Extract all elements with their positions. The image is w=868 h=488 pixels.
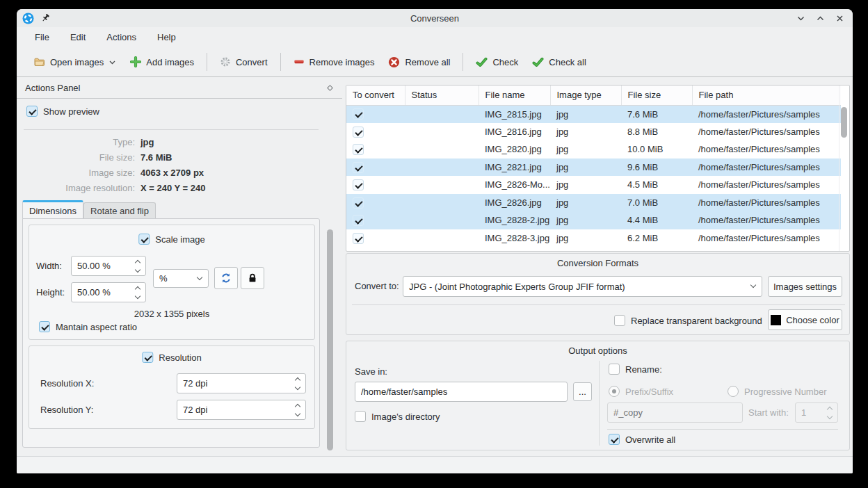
progressive-number-radio[interactable]: Progressive Number [728,386,827,397]
table-row[interactable]: IMG_2821.jpgjpg9.6 MiB/home/faster/Pictu… [346,158,841,177]
spin-down-icon[interactable] [826,413,832,418]
row-checkbox[interactable] [353,197,364,209]
format-combobox[interactable]: JPG - (Joint Photographic Experts Group … [403,276,762,297]
open-images-button[interactable]: Open images [26,52,123,72]
show-preview-checkbox[interactable]: Show preview [26,106,99,117]
chevron-down-icon [197,274,202,279]
rename-pattern-field[interactable] [607,402,743,423]
spin-up-icon[interactable] [134,286,140,291]
titlebar[interactable]: Converseen [17,9,853,27]
menu-help[interactable]: Help [157,32,176,42]
table-row[interactable]: IMG_2826-Mo...jpg4.5 MiB/home/faster/Pic… [346,176,841,194]
spin-up-icon[interactable] [826,406,832,412]
table-row[interactable]: IMG_2815.jpgjpg7.6 MiB/home/faster/Pictu… [346,105,841,123]
table-row[interactable]: IMG_2828-3.jpgjpg6.2 MiB/home/faster/Pic… [346,229,841,247]
row-checkbox[interactable] [353,162,364,173]
spin-up-icon[interactable] [134,259,140,265]
table-row[interactable]: IMG_2826.jpgjpg7.0 MiB/home/faster/Pictu… [346,194,841,212]
menu-file[interactable]: File [35,32,49,42]
lock-aspect-button[interactable] [241,267,264,289]
resolution-x-input[interactable] [177,374,305,393]
row-checkbox[interactable] [353,127,364,138]
progressive-number-label: Progressive Number [744,387,827,397]
tab-rotate-and-flip[interactable]: Rotate and flip [83,202,156,219]
width-spinbox[interactable] [71,256,146,276]
row-checkbox[interactable] [353,233,364,244]
browse-button[interactable]: ... [573,382,592,401]
spin-down-icon[interactable] [294,384,300,389]
row-checkbox[interactable] [353,144,364,155]
chevron-down-icon [796,14,805,23]
swap-dimensions-button[interactable] [214,267,238,289]
unit-combobox[interactable]: % [153,269,209,288]
overwrite-all-checkbox[interactable]: Overwrite all [609,434,675,445]
row-checkbox[interactable] [353,108,364,120]
replace-background-checkbox[interactable]: Replace transparent background [614,315,762,326]
table-scrollbar[interactable] [841,107,847,138]
type-value: jpg [140,137,323,147]
images-directory-checkbox[interactable]: Image's directory [355,411,440,422]
spin-down-icon[interactable] [134,293,140,298]
save-path-input[interactable] [355,382,567,401]
prefix-suffix-radio[interactable]: Prefix/Suffix [609,386,673,397]
resolution-y-spinbox[interactable] [177,400,306,420]
resolution-label: Resolution [159,352,201,363]
image-type-cell: jpg [550,123,621,141]
spin-down-icon[interactable] [134,266,140,272]
table-row[interactable]: IMG_2820.jpgjpg10.0 MiB/home/faster/Pict… [346,140,841,158]
replace-background-label: Replace transparent background [631,316,762,326]
status-cell [405,211,479,229]
maintain-aspect-checkbox[interactable]: Mantain aspect ratio [39,321,137,332]
close-button[interactable] [833,12,846,24]
image-size-value: 4063 x 2709 px [140,168,323,178]
images-settings-button[interactable]: Images settings [768,276,842,297]
remove-all-button[interactable]: Remove all [381,52,457,72]
col-file-name[interactable]: File name [479,86,550,105]
toolbar-separator [463,53,463,71]
resolution-x-label: Resolution X: [40,378,94,389]
height-spinbox[interactable] [71,282,146,302]
file-table-body: IMG_2815.jpgjpg7.6 MiB/home/faster/Pictu… [346,105,841,247]
maximize-button[interactable] [814,12,826,24]
status-cell [405,123,479,141]
resolution-y-input[interactable] [177,400,305,419]
col-image-type[interactable]: Image type [550,86,621,105]
remove-images-button[interactable]: Remove images [287,52,382,72]
image-type-cell: jpg [550,176,621,194]
add-images-button[interactable]: Add images [123,52,201,72]
spin-down-icon[interactable] [294,410,300,416]
start-with-spinbox[interactable] [795,402,838,423]
check-all-button[interactable]: Check all [525,53,593,72]
rename-pattern-input[interactable] [608,403,742,422]
to-convert-cell [346,194,405,212]
rename-checkbox[interactable]: Rename: [609,364,662,375]
col-to-convert[interactable]: To convert [346,86,405,105]
check-button[interactable]: Check [469,53,525,72]
table-row[interactable]: IMG_2828-2.jpgjpg4.4 MiB/home/faster/Pic… [346,211,841,229]
minimize-button[interactable] [794,12,807,24]
table-row[interactable]: IMG_2816.jpgjpg8.8 MiB/home/faster/Pictu… [346,123,841,141]
spin-up-icon[interactable] [294,377,300,382]
choose-color-button[interactable]: Choose color [768,309,842,330]
col-status[interactable]: Status [405,86,479,105]
float-panel-button[interactable] [326,83,334,94]
resolution-checkbox[interactable]: Resolution [142,352,201,363]
resolution-y-label: Resolution Y: [40,405,93,415]
tab-dimensions[interactable]: Dimensions [22,200,83,219]
menu-edit[interactable]: Edit [70,32,86,42]
actions-panel: Actions Panel Show preview Type: jpg Fil… [17,77,342,456]
to-convert-cell [346,211,405,229]
scale-image-checkbox[interactable]: Scale image [138,234,205,245]
row-checkbox[interactable] [353,215,364,226]
convert-button[interactable]: Convert [213,52,275,72]
save-path-field[interactable] [355,382,568,402]
row-checkbox[interactable] [353,179,364,190]
image-type-cell: jpg [550,158,621,177]
spin-up-icon[interactable] [294,403,300,409]
panel-scrollbar[interactable] [327,229,333,450]
col-file-size[interactable]: File size [621,86,692,105]
resolution-x-spinbox[interactable] [177,373,306,393]
menu-actions[interactable]: Actions [106,32,136,42]
col-file-path[interactable]: File path [692,86,841,105]
prefix-suffix-label: Prefix/Suffix [625,387,673,397]
